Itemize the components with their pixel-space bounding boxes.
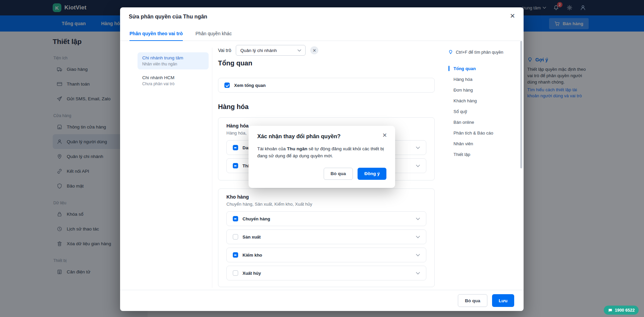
- chevron-down-icon[interactable]: [416, 147, 420, 149]
- permission-label: Xem tổng quan: [234, 83, 266, 88]
- group-description: Chuyển hàng, Sản xuất, Kiểm kho, Xuất hủ…: [226, 202, 426, 207]
- modal-scrollbar-thumb[interactable]: [520, 41, 522, 168]
- role-row: Vai trò Quản lý chi nhánh ✕: [218, 45, 318, 56]
- dialog-confirm-button[interactable]: Đồng ý: [358, 168, 386, 180]
- modal-close-icon[interactable]: ✕: [509, 12, 516, 20]
- anchor-ban-online[interactable]: Bán online: [447, 117, 521, 127]
- confirm-dialog-body: Tài khoản của Thu ngân sẽ tự động đăng x…: [257, 146, 386, 160]
- modal-title: Sửa phân quyền của Thu ngân: [129, 14, 207, 20]
- permission-label: Chuyển hàng: [243, 216, 270, 221]
- chevron-down-icon[interactable]: [416, 218, 420, 220]
- support-phone-label: 1900 6522: [615, 308, 635, 313]
- permission-row-chuyen-hang[interactable]: Chuyển hàng: [226, 211, 426, 226]
- checkbox-danh[interactable]: [233, 145, 238, 150]
- anchor-thiet-lap[interactable]: Thiết lập: [447, 149, 521, 160]
- search-hint-text: Ctrl+F để tìm phân quyền: [456, 50, 503, 55]
- panel-divider: [212, 48, 212, 288]
- branch-list: Chi nhánh trung tâm Nhân viên thu ngân C…: [138, 52, 209, 92]
- anchor-hang-hoa[interactable]: Hàng hóa: [447, 74, 521, 85]
- modal-header: Sửa phân quyền của Thu ngân: [120, 7, 524, 26]
- branch-name: Chi nhánh trung tâm: [142, 55, 204, 60]
- anchor-list: Tổng quan Hàng hóa Đơn hàng Khách hàng S…: [447, 63, 521, 160]
- support-chat-button[interactable]: 1900 6522: [604, 306, 639, 315]
- anchor-so-quy[interactable]: Sổ quỹ: [447, 106, 521, 117]
- anchor-don-hang[interactable]: Đơn hàng: [447, 85, 521, 95]
- permission-row-xem-tong-quan[interactable]: Xem tổng quan: [218, 78, 435, 93]
- tab-phan-quyen-theo-vai-tro[interactable]: Phân quyền theo vai trò: [129, 26, 183, 41]
- chevron-down-icon[interactable]: [416, 272, 420, 274]
- role-select-value: Quản lý chi nhánh: [240, 48, 277, 53]
- confirm-dialog-title: Xác nhận thay đổi phân quyền?: [257, 133, 386, 140]
- role-label: Vai trò: [218, 48, 231, 53]
- chevron-down-icon[interactable]: [416, 165, 420, 167]
- checkbox-kiem-kho[interactable]: [233, 252, 238, 258]
- modal-tabs: Phân quyền theo vai trò Phân quyền khác: [120, 26, 524, 41]
- role-select[interactable]: Quản lý chi nhánh: [236, 45, 306, 56]
- chevron-down-icon[interactable]: [416, 236, 420, 238]
- anchor-phan-tich-bao-cao[interactable]: Phân tích & Báo cáo: [447, 127, 521, 138]
- branch-role: Nhân viên thu ngân: [142, 62, 204, 66]
- branch-role: Chưa phân vai trò: [142, 82, 204, 86]
- section-heading-goods: Hàng hóa: [218, 103, 249, 111]
- modal-save-button[interactable]: Lưu: [492, 294, 514, 307]
- dialog-body-prefix: Tài khoản của: [257, 146, 287, 151]
- role-clear-button[interactable]: ✕: [310, 46, 318, 54]
- tip-icon: [448, 50, 453, 55]
- anchor-nhan-vien[interactable]: Nhân viên: [447, 138, 521, 149]
- permission-label: Xuất hủy: [243, 271, 261, 276]
- checkbox-chuyen-hang[interactable]: [233, 216, 238, 221]
- branch-item-hcm[interactable]: Chi nhánh HCM Chưa phân vai trò: [138, 72, 209, 89]
- permission-group-kho-hang: Kho hàng Chuyển hàng, Sản xuất, Kiểm kho…: [218, 189, 435, 287]
- permission-row-kiem-kho[interactable]: Kiểm kho: [226, 248, 426, 262]
- permission-row-xuat-huy[interactable]: Xuất hủy: [226, 266, 426, 280]
- dialog-skip-button[interactable]: Bỏ qua: [324, 168, 353, 180]
- search-hint: Ctrl+F để tìm phân quyền: [448, 50, 503, 55]
- chevron-down-icon[interactable]: [416, 254, 420, 256]
- dialog-close-icon[interactable]: ✕: [382, 132, 387, 139]
- checkbox-xuat-huy[interactable]: [233, 270, 238, 276]
- dialog-body-account-name: Thu ngân: [287, 146, 308, 151]
- checkbox-san-xuat[interactable]: [233, 234, 238, 240]
- confirm-dialog: Xác nhận thay đổi phân quyền? ✕ Tài khoả…: [249, 126, 395, 188]
- tab-phan-quyen-khac[interactable]: Phân quyền khác: [196, 26, 232, 41]
- chevron-down-icon: [298, 49, 301, 52]
- modal-footer: Bỏ qua Lưu: [120, 290, 524, 311]
- modal-skip-button[interactable]: Bỏ qua: [458, 294, 487, 307]
- anchor-khach-hang[interactable]: Khách hàng: [447, 95, 521, 106]
- anchor-tong-quan[interactable]: Tổng quan: [447, 63, 521, 74]
- branch-item-trung-tam[interactable]: Chi nhánh trung tâm Nhân viên thu ngân: [138, 52, 209, 69]
- section-heading-overview: Tổng quan: [218, 59, 252, 67]
- branch-name: Chi nhánh HCM: [142, 75, 204, 80]
- checkbox-xem-tong-quan[interactable]: [224, 83, 230, 88]
- checkbox-thie[interactable]: [233, 163, 238, 168]
- chat-bubble-icon: [608, 308, 612, 313]
- app-root: K KiotViet trung tâm 2 Tổng quan Hàng hó…: [0, 0, 644, 317]
- permission-row-san-xuat[interactable]: Sản xuất: [226, 229, 426, 244]
- permission-label: Sản xuất: [243, 234, 261, 240]
- confirm-dialog-footer: Bỏ qua Đồng ý: [257, 168, 386, 180]
- permission-label: Kiểm kho: [243, 253, 262, 258]
- group-title: Kho hàng: [226, 194, 426, 200]
